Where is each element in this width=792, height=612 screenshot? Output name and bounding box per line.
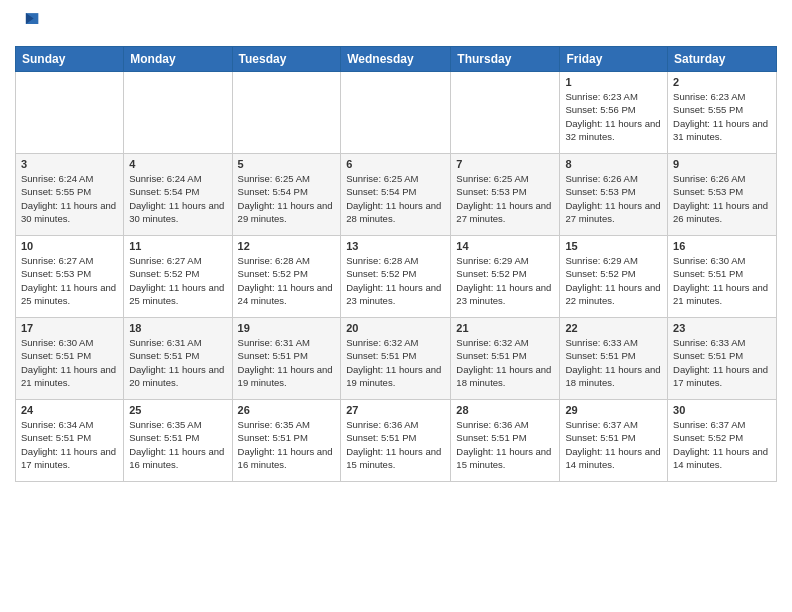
day-info: Sunrise: 6:31 AM Sunset: 5:51 PM Dayligh… [238, 336, 336, 389]
day-info: Sunrise: 6:32 AM Sunset: 5:51 PM Dayligh… [456, 336, 554, 389]
calendar-weekday-tuesday: Tuesday [232, 47, 341, 72]
day-number: 29 [565, 404, 662, 416]
day-info: Sunrise: 6:28 AM Sunset: 5:52 PM Dayligh… [346, 254, 445, 307]
logo-icon [15, 10, 43, 38]
day-info: Sunrise: 6:29 AM Sunset: 5:52 PM Dayligh… [565, 254, 662, 307]
day-info: Sunrise: 6:24 AM Sunset: 5:55 PM Dayligh… [21, 172, 118, 225]
day-number: 25 [129, 404, 226, 416]
day-info: Sunrise: 6:25 AM Sunset: 5:54 PM Dayligh… [238, 172, 336, 225]
day-number: 18 [129, 322, 226, 334]
day-number: 19 [238, 322, 336, 334]
calendar-day-cell [451, 72, 560, 154]
calendar-day-cell: 14Sunrise: 6:29 AM Sunset: 5:52 PM Dayli… [451, 236, 560, 318]
calendar-day-cell: 4Sunrise: 6:24 AM Sunset: 5:54 PM Daylig… [124, 154, 232, 236]
day-number: 16 [673, 240, 771, 252]
calendar-header-row: SundayMondayTuesdayWednesdayThursdayFrid… [16, 47, 777, 72]
day-number: 13 [346, 240, 445, 252]
calendar-day-cell: 28Sunrise: 6:36 AM Sunset: 5:51 PM Dayli… [451, 400, 560, 482]
day-number: 9 [673, 158, 771, 170]
calendar-day-cell: 1Sunrise: 6:23 AM Sunset: 5:56 PM Daylig… [560, 72, 668, 154]
calendar-day-cell: 15Sunrise: 6:29 AM Sunset: 5:52 PM Dayli… [560, 236, 668, 318]
day-info: Sunrise: 6:32 AM Sunset: 5:51 PM Dayligh… [346, 336, 445, 389]
day-info: Sunrise: 6:33 AM Sunset: 5:51 PM Dayligh… [565, 336, 662, 389]
calendar-day-cell: 24Sunrise: 6:34 AM Sunset: 5:51 PM Dayli… [16, 400, 124, 482]
calendar-weekday-friday: Friday [560, 47, 668, 72]
calendar-day-cell [124, 72, 232, 154]
day-number: 1 [565, 76, 662, 88]
day-number: 14 [456, 240, 554, 252]
calendar-day-cell: 30Sunrise: 6:37 AM Sunset: 5:52 PM Dayli… [668, 400, 777, 482]
day-number: 24 [21, 404, 118, 416]
day-number: 6 [346, 158, 445, 170]
day-info: Sunrise: 6:35 AM Sunset: 5:51 PM Dayligh… [238, 418, 336, 471]
day-number: 21 [456, 322, 554, 334]
day-number: 2 [673, 76, 771, 88]
calendar-weekday-thursday: Thursday [451, 47, 560, 72]
calendar-week-row: 3Sunrise: 6:24 AM Sunset: 5:55 PM Daylig… [16, 154, 777, 236]
calendar-day-cell: 21Sunrise: 6:32 AM Sunset: 5:51 PM Dayli… [451, 318, 560, 400]
day-number: 12 [238, 240, 336, 252]
day-info: Sunrise: 6:25 AM Sunset: 5:53 PM Dayligh… [456, 172, 554, 225]
day-number: 17 [21, 322, 118, 334]
calendar-week-row: 24Sunrise: 6:34 AM Sunset: 5:51 PM Dayli… [16, 400, 777, 482]
calendar-day-cell: 11Sunrise: 6:27 AM Sunset: 5:52 PM Dayli… [124, 236, 232, 318]
calendar-weekday-sunday: Sunday [16, 47, 124, 72]
calendar-day-cell: 18Sunrise: 6:31 AM Sunset: 5:51 PM Dayli… [124, 318, 232, 400]
calendar-day-cell: 27Sunrise: 6:36 AM Sunset: 5:51 PM Dayli… [341, 400, 451, 482]
calendar-day-cell: 13Sunrise: 6:28 AM Sunset: 5:52 PM Dayli… [341, 236, 451, 318]
calendar-day-cell: 12Sunrise: 6:28 AM Sunset: 5:52 PM Dayli… [232, 236, 341, 318]
day-info: Sunrise: 6:33 AM Sunset: 5:51 PM Dayligh… [673, 336, 771, 389]
header [15, 10, 777, 38]
calendar-day-cell: 7Sunrise: 6:25 AM Sunset: 5:53 PM Daylig… [451, 154, 560, 236]
calendar-week-row: 10Sunrise: 6:27 AM Sunset: 5:53 PM Dayli… [16, 236, 777, 318]
calendar-weekday-saturday: Saturday [668, 47, 777, 72]
day-info: Sunrise: 6:37 AM Sunset: 5:52 PM Dayligh… [673, 418, 771, 471]
day-info: Sunrise: 6:24 AM Sunset: 5:54 PM Dayligh… [129, 172, 226, 225]
day-info: Sunrise: 6:25 AM Sunset: 5:54 PM Dayligh… [346, 172, 445, 225]
day-info: Sunrise: 6:23 AM Sunset: 5:56 PM Dayligh… [565, 90, 662, 143]
day-number: 8 [565, 158, 662, 170]
calendar-table: SundayMondayTuesdayWednesdayThursdayFrid… [15, 46, 777, 482]
day-number: 5 [238, 158, 336, 170]
day-info: Sunrise: 6:37 AM Sunset: 5:51 PM Dayligh… [565, 418, 662, 471]
day-info: Sunrise: 6:28 AM Sunset: 5:52 PM Dayligh… [238, 254, 336, 307]
logo [15, 10, 47, 38]
day-info: Sunrise: 6:27 AM Sunset: 5:52 PM Dayligh… [129, 254, 226, 307]
calendar-day-cell: 5Sunrise: 6:25 AM Sunset: 5:54 PM Daylig… [232, 154, 341, 236]
calendar-day-cell: 25Sunrise: 6:35 AM Sunset: 5:51 PM Dayli… [124, 400, 232, 482]
day-info: Sunrise: 6:26 AM Sunset: 5:53 PM Dayligh… [565, 172, 662, 225]
calendar-day-cell: 16Sunrise: 6:30 AM Sunset: 5:51 PM Dayli… [668, 236, 777, 318]
day-info: Sunrise: 6:23 AM Sunset: 5:55 PM Dayligh… [673, 90, 771, 143]
calendar-day-cell: 19Sunrise: 6:31 AM Sunset: 5:51 PM Dayli… [232, 318, 341, 400]
day-number: 20 [346, 322, 445, 334]
day-info: Sunrise: 6:36 AM Sunset: 5:51 PM Dayligh… [346, 418, 445, 471]
calendar-week-row: 1Sunrise: 6:23 AM Sunset: 5:56 PM Daylig… [16, 72, 777, 154]
day-number: 22 [565, 322, 662, 334]
day-number: 7 [456, 158, 554, 170]
calendar-day-cell [341, 72, 451, 154]
calendar-day-cell: 17Sunrise: 6:30 AM Sunset: 5:51 PM Dayli… [16, 318, 124, 400]
calendar-week-row: 17Sunrise: 6:30 AM Sunset: 5:51 PM Dayli… [16, 318, 777, 400]
calendar-day-cell: 23Sunrise: 6:33 AM Sunset: 5:51 PM Dayli… [668, 318, 777, 400]
day-number: 26 [238, 404, 336, 416]
day-number: 3 [21, 158, 118, 170]
calendar-day-cell [16, 72, 124, 154]
calendar-day-cell: 20Sunrise: 6:32 AM Sunset: 5:51 PM Dayli… [341, 318, 451, 400]
calendar-weekday-wednesday: Wednesday [341, 47, 451, 72]
day-number: 28 [456, 404, 554, 416]
day-info: Sunrise: 6:31 AM Sunset: 5:51 PM Dayligh… [129, 336, 226, 389]
calendar-day-cell: 29Sunrise: 6:37 AM Sunset: 5:51 PM Dayli… [560, 400, 668, 482]
day-info: Sunrise: 6:30 AM Sunset: 5:51 PM Dayligh… [673, 254, 771, 307]
day-info: Sunrise: 6:34 AM Sunset: 5:51 PM Dayligh… [21, 418, 118, 471]
day-info: Sunrise: 6:27 AM Sunset: 5:53 PM Dayligh… [21, 254, 118, 307]
day-number: 30 [673, 404, 771, 416]
day-info: Sunrise: 6:35 AM Sunset: 5:51 PM Dayligh… [129, 418, 226, 471]
calendar-day-cell: 6Sunrise: 6:25 AM Sunset: 5:54 PM Daylig… [341, 154, 451, 236]
page: SundayMondayTuesdayWednesdayThursdayFrid… [0, 0, 792, 612]
calendar-day-cell: 10Sunrise: 6:27 AM Sunset: 5:53 PM Dayli… [16, 236, 124, 318]
day-number: 27 [346, 404, 445, 416]
calendar-weekday-monday: Monday [124, 47, 232, 72]
day-info: Sunrise: 6:30 AM Sunset: 5:51 PM Dayligh… [21, 336, 118, 389]
calendar-day-cell: 8Sunrise: 6:26 AM Sunset: 5:53 PM Daylig… [560, 154, 668, 236]
day-number: 15 [565, 240, 662, 252]
